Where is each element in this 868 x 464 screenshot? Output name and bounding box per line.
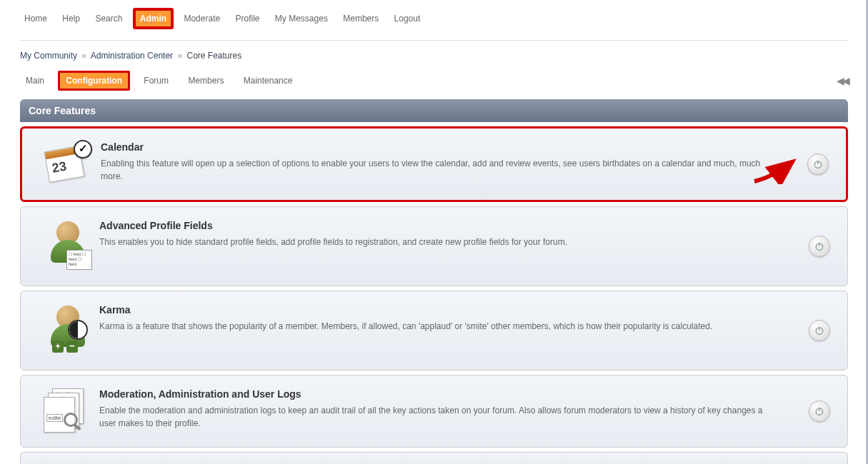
sub-nav: Main Configuration Forum Members Mainten…	[20, 71, 848, 96]
power-icon	[814, 325, 825, 336]
feature-description: Enable the moderation and administration…	[99, 404, 776, 430]
nav-search[interactable]: Search	[91, 11, 126, 26]
power-icon	[814, 405, 825, 417]
feature-title: Moderation, Administration and User Logs	[99, 388, 776, 400]
feature-row-karma: +– Karma Karma is a feature that shows t…	[20, 291, 848, 370]
subnav-forum[interactable]: Forum	[138, 73, 174, 89]
nav-help[interactable]: Help	[58, 11, 84, 26]
feature-description: Karma is a feature that shows the popula…	[99, 320, 776, 333]
feature-row-partial	[20, 452, 848, 464]
nav-logout[interactable]: Logout	[390, 11, 425, 26]
karma-icon: +–	[35, 304, 99, 354]
feature-description: Enabling this feature will open up a sel…	[101, 157, 774, 183]
power-icon	[814, 241, 825, 252]
nav-profile[interactable]: Profile	[231, 11, 264, 26]
toggle-calendar-button[interactable]	[807, 153, 829, 175]
subnav-members[interactable]: Members	[182, 73, 229, 89]
breadcrumb-admin-center[interactable]: Administration Center	[91, 51, 173, 61]
nav-moderate[interactable]: Moderate	[179, 11, 224, 26]
subnav-configuration[interactable]: Configuration	[58, 71, 130, 91]
feature-title: Advanced Profile Fields	[99, 220, 776, 231]
profile-fields-icon: ☐ field ☐ field ☐ field	[35, 220, 99, 270]
power-icon	[812, 158, 824, 170]
breadcrumb-current: Core Features	[186, 51, 241, 61]
logs-icon: dsh of fnom edite	[35, 388, 99, 431]
feature-description: This enables you to hide standard profil…	[99, 236, 776, 248]
panel-title: Core Features	[20, 99, 848, 122]
nav-admin[interactable]: Admin	[134, 9, 173, 29]
feature-row-logs: dsh of fnom edite Moderation, Administra…	[20, 375, 848, 448]
feature-row-profile-fields: ☐ field ☐ field ☐ field Advanced Profile…	[20, 206, 848, 286]
toggle-karma-button[interactable]	[809, 320, 830, 341]
nav-home[interactable]: Home	[20, 11, 51, 26]
feature-row-calendar: 23 Calendar Enabling this feature will o…	[20, 126, 848, 202]
feature-title: Karma	[99, 304, 776, 316]
feature-title: Calendar	[101, 141, 774, 153]
collapse-icon[interactable]: ◀◀	[837, 75, 848, 86]
top-nav: Home Help Search Admin Moderate Profile …	[20, 0, 848, 40]
calendar-icon: 23	[36, 141, 101, 184]
nav-members[interactable]: Members	[339, 11, 383, 26]
breadcrumb: My Community » Administration Center » C…	[20, 48, 848, 71]
toggle-profile-fields-button[interactable]	[809, 236, 830, 257]
toggle-logs-button[interactable]	[809, 400, 830, 422]
subnav-maintenance[interactable]: Maintenance	[238, 73, 299, 89]
nav-my-messages[interactable]: My Messages	[271, 11, 332, 26]
breadcrumb-community[interactable]: My Community	[20, 51, 77, 61]
subnav-main[interactable]: Main	[20, 73, 50, 89]
